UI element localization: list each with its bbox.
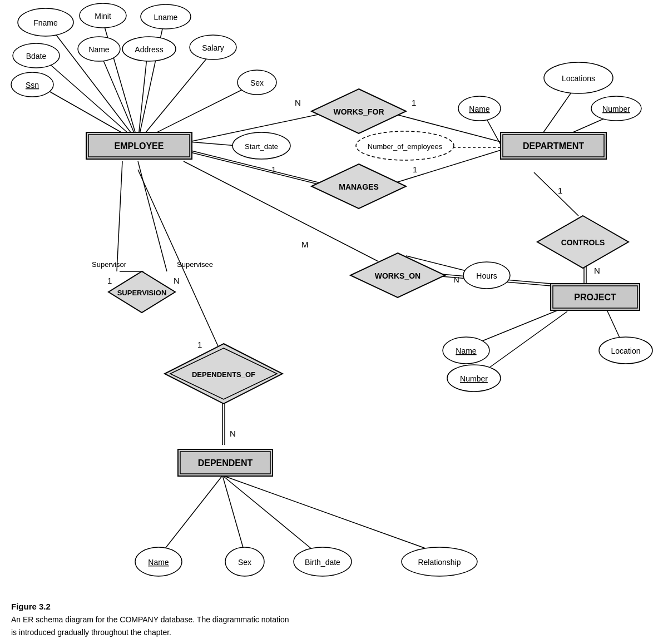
card-works-on-m: M — [301, 240, 309, 249]
rel-manages: MANAGES — [339, 182, 379, 191]
svg-line-4 — [100, 53, 138, 142]
card-works-on-n: N — [453, 275, 459, 284]
attr-hours: Hours — [476, 271, 497, 280]
svg-line-27 — [484, 311, 567, 371]
attr-sex-emp: Sex — [250, 78, 264, 87]
figure-caption: Figure 3.2 An ER schema diagram for the … — [11, 600, 289, 638]
svg-line-29 — [117, 161, 122, 271]
svg-line-19 — [534, 172, 578, 216]
attr-birth-date: Birth_date — [305, 558, 340, 567]
svg-line-38 — [222, 475, 439, 553]
rel-dependents-of: DEPENDENTS_OF — [192, 370, 255, 379]
svg-line-5 — [138, 53, 147, 142]
attr-dept-name: Name — [469, 105, 490, 113]
er-diagram-container: EMPLOYEE DEPARTMENT PROJECT DEPENDENT WO… — [0, 0, 668, 606]
figure-title: Figure 3.2 — [11, 602, 51, 611]
svg-line-6 — [138, 53, 211, 142]
attr-num-employees: Number_of_employees — [368, 142, 443, 151]
entity-project: PROJECT — [574, 293, 616, 302]
card-supervision-1: 1 — [107, 276, 112, 285]
rel-works-for: WORKS_FOR — [334, 107, 384, 116]
attr-dep-sex: Sex — [238, 558, 251, 567]
caption-line2: is introduced gradually throughout the c… — [11, 628, 171, 637]
card-controls-1: 1 — [558, 186, 562, 195]
er-diagram-svg: EMPLOYEE DEPARTMENT PROJECT DEPENDENT WO… — [0, 0, 668, 606]
caption-line1: An ER schema diagram for the COMPANY dat… — [11, 615, 289, 624]
rel-supervision: SUPERVISION — [117, 289, 167, 297]
rel-controls: CONTROLS — [561, 238, 605, 247]
entity-dependent: DEPENDENT — [198, 458, 253, 468]
attr-lname: Lname — [154, 13, 178, 22]
attr-address: Address — [135, 45, 163, 54]
card-supervision-n: N — [174, 276, 180, 285]
card-controls-n: N — [594, 266, 600, 275]
attr-dep-name: Name — [148, 558, 169, 567]
attr-start-date: Start_date — [245, 142, 278, 151]
card-works-for-1: 1 — [412, 98, 416, 107]
attr-fname: Fname — [33, 18, 58, 27]
card-dependents-of-1: 1 — [197, 340, 202, 349]
attr-salary: Salary — [202, 43, 224, 52]
attr-ssn: Ssn — [26, 81, 39, 90]
svg-line-35 — [161, 475, 222, 553]
svg-line-26 — [473, 309, 562, 345]
label-supervisee: Supervisee — [177, 260, 213, 269]
attr-proj-number: Number — [460, 374, 488, 383]
attr-dept-number: Number — [602, 105, 630, 113]
attr-relationship: Relationship — [418, 558, 461, 567]
attr-locations: Locations — [562, 74, 595, 83]
card-manages-1b: 1 — [413, 165, 417, 174]
svg-line-31 — [138, 161, 167, 271]
card-manages-1a: 1 — [271, 165, 276, 174]
attr-proj-name: Name — [456, 346, 477, 355]
attr-minit: Minit — [95, 12, 111, 21]
svg-line-3 — [40, 56, 138, 142]
svg-line-36 — [222, 475, 245, 553]
rel-works-on: WORKS_ON — [375, 271, 420, 280]
entity-department: DEPARTMENT — [523, 141, 584, 151]
attr-bdate: Bdate — [26, 52, 47, 61]
attr-location: Location — [611, 346, 641, 355]
card-works-for-n: N — [295, 98, 301, 107]
card-dependents-of-n: N — [230, 429, 236, 438]
entity-employee: EMPLOYEE — [115, 141, 164, 151]
label-supervisor: Supervisor — [92, 260, 127, 269]
svg-line-37 — [222, 475, 317, 553]
attr-name-emp: Name — [88, 45, 110, 54]
